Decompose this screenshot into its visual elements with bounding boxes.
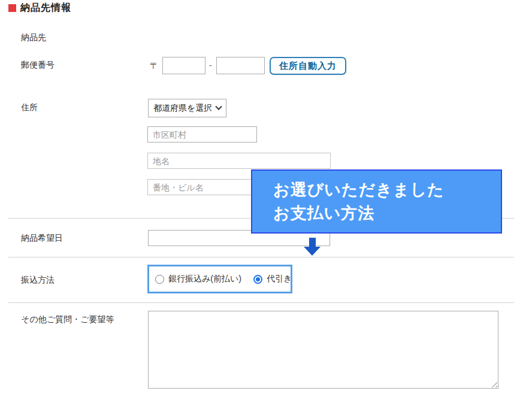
payment-callout-tooltip: お選びいただきました お支払い方法 xyxy=(251,169,502,234)
area-input[interactable] xyxy=(147,153,331,169)
auto-address-button[interactable]: 住所自動入力 xyxy=(270,57,346,75)
other-questions-textarea[interactable] xyxy=(148,311,498,389)
radio-checked-icon[interactable] xyxy=(253,275,262,284)
delivery-info-form: 納品先情報 納品先 郵便番号 〒 - 住所自動入力 住所 都道府県を選択 納品希… xyxy=(0,0,532,403)
postal-code-input-2[interactable] xyxy=(216,57,265,74)
delivery-date-label: 納品希望日 xyxy=(21,233,63,244)
postal-mark: 〒 xyxy=(150,60,159,72)
payment-method-label: 振込方法 xyxy=(21,275,55,286)
radio-cash-on-delivery-label: 代引き xyxy=(267,274,292,284)
postal-code-label: 郵便番号 xyxy=(21,60,55,71)
radio-bank-transfer-label: 銀行振込み(前払い) xyxy=(168,274,241,284)
callout-arrow-down-icon xyxy=(304,238,321,256)
postal-code-input-1[interactable] xyxy=(162,57,205,74)
delivery-to-label: 納品先 xyxy=(21,32,46,43)
section-marker-icon xyxy=(8,4,16,12)
divider xyxy=(8,302,514,303)
address-label: 住所 xyxy=(21,102,38,113)
radio-cash-on-delivery[interactable]: 代引き xyxy=(253,274,292,284)
prefecture-select-value: 都道府県を選択 xyxy=(153,103,212,114)
section-header: 納品先情報 xyxy=(8,2,71,14)
callout-line1: お選びいただきました xyxy=(273,178,501,202)
city-input[interactable] xyxy=(147,126,257,143)
other-questions-label: その他ご質問・ご要望等 xyxy=(21,314,114,325)
payment-options-highlight: 銀行振込み(前払い) 代引き xyxy=(147,265,292,293)
chevron-down-icon xyxy=(215,103,222,110)
radio-unchecked-icon[interactable] xyxy=(155,275,164,284)
postal-separator: - xyxy=(209,60,212,70)
radio-bank-transfer[interactable]: 銀行振込み(前払い) xyxy=(155,274,241,284)
callout-line2: お支払い方法 xyxy=(273,202,501,225)
prefecture-select[interactable]: 都道府県を選択 xyxy=(148,99,226,117)
section-title: 納品先情報 xyxy=(20,2,71,14)
divider xyxy=(8,257,514,257)
